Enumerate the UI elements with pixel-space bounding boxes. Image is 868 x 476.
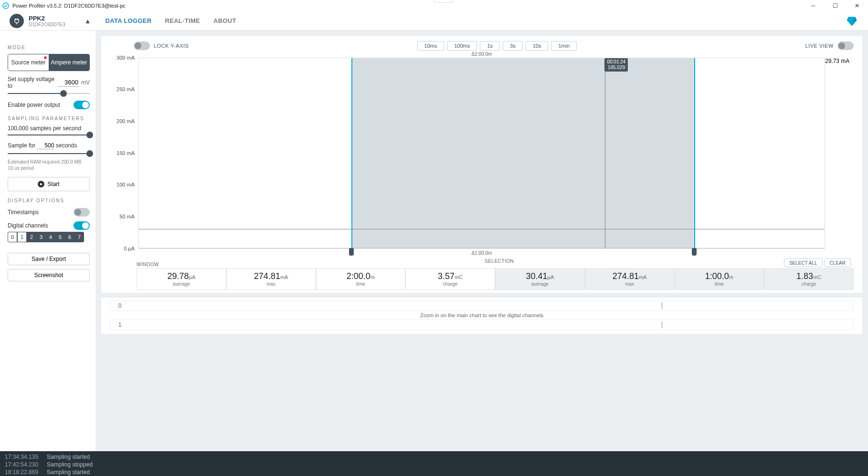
clear-selection-button[interactable]: CLEAR [825,259,851,267]
supply-voltage-input[interactable] [57,78,79,87]
baseline-badge: 29.73 mA [825,58,854,64]
sample-for-input[interactable] [37,142,54,149]
tab-data-logger[interactable]: DATA LOGGER [106,17,152,24]
digital-channels-label: Digital channels [8,222,48,229]
log-timestamp: 17:42:54.230 [5,461,38,468]
sel-charge: 1.83mCcharge [764,268,854,290]
zoom-10s[interactable]: 10s [526,41,549,51]
digital-row-1: 1 [110,320,854,330]
channel-btn-3[interactable]: 3 [36,232,46,242]
sampling-header: SAMPLING PARAMETERS [8,116,90,121]
delta-bottom: Δ1:00.0m [110,250,854,256]
sample-rate-label: 100,000 samples per second [8,125,90,132]
timestamps-toggle[interactable] [74,208,90,217]
cursor-badge: 00:01:24185.029 [604,58,628,72]
digital-row-0: 0 [110,300,854,311]
mode-header: MODE [8,45,90,50]
supply-voltage-label: Set supply voltage to [8,76,57,89]
tab-about[interactable]: ABOUT [213,17,236,24]
selection-end-handle[interactable] [692,248,697,256]
win-charge: 3.57mCcharge [405,268,495,290]
live-view-toggle[interactable] [837,41,854,50]
save-export-button[interactable]: Save / Export [8,253,90,265]
display-header: DISPLAY OPTIONS [8,198,90,203]
screenshot-button[interactable]: Screenshot [8,269,90,281]
window-section-label: WINDOW [137,262,482,267]
channel-btn-2[interactable]: 2 [27,232,36,242]
sel-max: 274.81mAmax [585,268,675,290]
close-button[interactable]: ✕ [846,0,868,11]
lock-y-axis-label: LOCK Y-AXIS [154,43,189,49]
eject-icon[interactable]: ▲ [85,17,91,25]
enable-power-toggle[interactable] [74,101,90,109]
channel-btn-4[interactable]: 4 [46,232,55,242]
log-message: Sampling started [47,453,90,461]
digital-hint: Zoom in on the main chart to see the dig… [110,311,854,320]
cursor-line[interactable] [605,58,605,248]
channel-btn-5[interactable]: 5 [55,232,65,242]
log-timestamp: 17:34:34.135 [5,453,38,461]
select-all-button[interactable]: SELECT ALL [784,259,823,267]
win-time: 2:00.0mtime [316,268,406,290]
live-view-label: LIVE VIEW [805,43,834,49]
zoom-1min[interactable]: 1min [551,41,577,51]
log-panel: 17:34:34.135Sampling started17:42:54.230… [0,451,868,476]
play-icon: ▶ [38,181,44,187]
sample-for-slider[interactable] [8,151,90,156]
selection-start-marker[interactable] [351,58,352,255]
sample-rate-slider[interactable] [8,133,90,137]
selection-start-handle[interactable] [349,248,354,256]
maximize-button[interactable]: ☐ [824,0,846,11]
mode-source-meter[interactable]: Source meter [8,54,49,71]
zoom-100ms[interactable]: 100ms [447,41,477,51]
win-avg: 29.78µAaverage [137,268,226,290]
log-timestamp: 18:18:22.869 [5,468,38,476]
channel-btn-1[interactable]: 1 [17,232,27,242]
ram-line2: 10 us period [8,165,90,171]
app-icon [2,2,10,10]
baseline-line [139,229,825,229]
digital-channels-toggle[interactable] [74,221,90,230]
selection-section-label: SELECTION [485,259,514,267]
sel-avg: 30.41µAaverage [495,268,585,290]
mode-ampere-meter[interactable]: Ampere meter [49,54,89,71]
log-message: Sampling stopped [47,461,93,468]
device-plug-icon [10,14,24,28]
channel-btn-6[interactable]: 6 [65,232,74,242]
minimize-button[interactable]: ─ [802,0,824,11]
zoom-10ms[interactable]: 10ms [417,41,445,51]
mode-indicator-dot [44,56,47,59]
channel-btn-7[interactable]: 7 [74,232,84,242]
zoom-3s[interactable]: 3s [503,41,523,51]
chart-plot[interactable]: 00:01:24185.029 [138,58,825,248]
timestamps-label: Timestamps [8,209,39,216]
window-title: Power Profiler v3.5.2: D1DF2C6DD7E3@test… [12,3,126,9]
channel-btn-0[interactable]: 0 [8,232,17,242]
nordic-logo [845,14,858,28]
enable-power-label: Enable power output [8,102,60,108]
ram-line1: Estimated RAM required 200.0 MB [8,159,90,165]
supply-voltage-unit: mV [81,79,90,86]
sample-for-unit: seconds [56,142,77,149]
supply-voltage-slider[interactable] [8,91,90,96]
selection-region [351,58,694,248]
tab-real-time[interactable]: REAL-TIME [165,17,200,24]
window-notch [434,0,453,3]
win-max: 274.81mAmax [226,268,316,290]
device-id: D1DF2C6DD7E3 [29,22,65,27]
delta-top: Δ2:00.0m [110,52,854,57]
start-button[interactable]: ▶ Start [8,177,90,191]
sample-for-prefix: Sample for [8,142,35,149]
device-name: PPK2 [29,15,65,22]
selection-end-marker[interactable] [694,58,695,255]
lock-y-axis-toggle[interactable] [134,41,150,50]
y-axis: 300 mA 250 mA 200 mA 150 mA 100 mA 50 mA… [110,58,138,248]
log-message: Sampling started [47,468,90,476]
zoom-1s[interactable]: 1s [480,41,500,51]
sel-time: 1:00.0mtime [675,268,764,290]
